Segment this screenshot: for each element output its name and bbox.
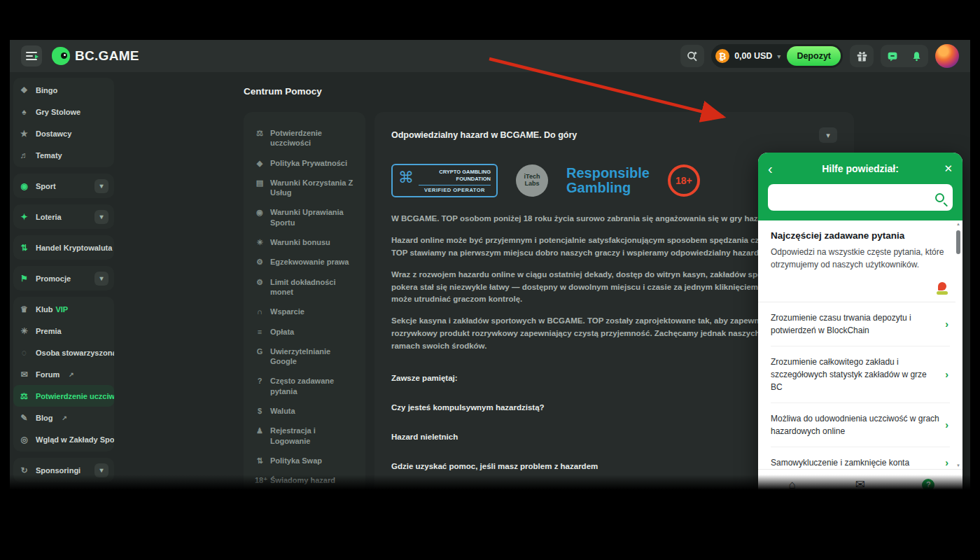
messages-icon: ✉ <box>855 479 865 492</box>
notifications-button[interactable] <box>904 45 928 67</box>
sidebar-item-label: Loteria <box>36 213 62 221</box>
bonus-terms-icon: ✳ <box>255 237 265 247</box>
wallet-balance[interactable]: ₿ 0,00 USD ▾ Depozyt <box>711 44 843 68</box>
widget-search[interactable] <box>768 184 953 211</box>
faq-scroll-area[interactable]: Najczęściej zadawane pytania Odpowiedzi … <box>758 220 955 469</box>
sidebar-item-forum[interactable]: ✉Forum↗ <box>13 363 114 385</box>
helpnav-item-label: Często zadawane pytania <box>270 376 354 396</box>
chevron-right-icon: › <box>945 369 948 380</box>
sidebar-item-klub[interactable]: ♛KlubVIP <box>13 298 114 320</box>
sidebar-item-loteria[interactable]: ✦Loteria▾ <box>13 206 114 227</box>
user-avatar[interactable] <box>935 44 959 68</box>
providers-icon: ★ <box>19 129 29 139</box>
widget-bottom-nav: ⌂Dom✉Nachrichten?Hilfe powiedział: <box>758 469 962 511</box>
bonus-icon: ✳ <box>19 326 29 336</box>
sport-icon: ◉ <box>19 181 29 191</box>
helpnav-item-warunki-bonusu[interactable]: ✳Warunki bonusu <box>251 232 358 252</box>
deposit-button[interactable]: Depozyt <box>787 46 841 66</box>
chevron-right-icon: › <box>945 419 948 430</box>
helpnav-item-egzekwowanie-prawa[interactable]: ⚙Egzekwowanie prawa <box>251 252 358 272</box>
sidebar-group: ✦Loteria▾ <box>13 204 114 229</box>
widget-nav-nachrichten[interactable]: ✉Nachrichten <box>826 479 894 503</box>
sidebar-item-bingo[interactable]: ❖Bingo <box>13 79 114 101</box>
chevron-down-icon[interactable]: ▾ <box>94 210 108 224</box>
rewards-button[interactable] <box>850 45 874 67</box>
sidebar-item-label: Sport <box>36 182 56 190</box>
sidebar-item-label: Osoba stowarzyszona <box>36 349 114 357</box>
helpnav-item-czesto-zadawane-pytania[interactable]: ?Często zadawane pytania <box>251 371 358 401</box>
scroll-up-icon[interactable]: ▲ <box>956 222 960 226</box>
bingo-icon: ❖ <box>19 85 29 95</box>
widget-nav-hilfe-powiedzial[interactable]: ?Hilfe powiedział: <box>895 479 962 503</box>
helpnav-item-label: Polityka Prywatności <box>270 158 347 168</box>
sidebar-item-sponsoringi[interactable]: ↻Sponsoringi▾ <box>13 459 114 481</box>
widget-scrollbar[interactable]: ▲ ▼ <box>955 222 961 468</box>
sidebar-item-tematy[interactable]: ♬Tematy <box>13 144 114 166</box>
sidebar-item-handel-kryptowaluta[interactable]: ⇅Handel Kryptowaluta▾ <box>13 237 114 258</box>
sidebar-item-sport[interactable]: ◉Sport▾ <box>13 175 114 197</box>
helpnav-item-waluta[interactable]: $Waluta <box>251 401 358 421</box>
sidebar-item-label: Bingo <box>36 86 57 94</box>
sidebar-item-label: Gry Stolowe <box>36 108 80 116</box>
providers-icon: ★ <box>255 515 265 518</box>
google-auth-icon: G <box>255 346 265 356</box>
helpnav-item-warunki-uprawiania-sportu[interactable]: ◉Warunki Uprawiania Sportu <box>251 202 358 232</box>
sports-terms-icon: ◉ <box>255 207 265 217</box>
sidebar-item-label: Promocje <box>36 274 71 283</box>
affiliate-icon: ◌ <box>19 348 29 358</box>
sidebar-item-label: Blog <box>36 414 52 422</box>
widget-search-input[interactable] <box>776 192 935 203</box>
sidebar-item-promocje[interactable]: ⚑Promocje▾ <box>13 267 114 289</box>
article-heading: Odpowiedzialny hazard w BCGAME. Do góry <box>391 130 577 140</box>
search-button[interactable] <box>680 45 704 67</box>
bcgame-logo[interactable]: BC.GAME <box>52 47 139 65</box>
chevron-down-icon[interactable]: ▾ <box>94 179 108 193</box>
widget-nav-dom[interactable]: ⌂Dom <box>758 479 826 503</box>
helpnav-item-oplata[interactable]: ≡Opłata <box>251 322 358 342</box>
helpnav-item-uwierzytelnianie-google[interactable]: GUwierzytelnianie Google <box>251 342 358 372</box>
helpnav-item-ochrona-nieletnich[interactable]: ☂Ochrona Nieletnich <box>251 491 358 510</box>
sidebar-item-premia[interactable]: ✳Premia <box>13 320 114 342</box>
chevron-down-icon[interactable]: ▾ <box>94 463 108 477</box>
collapse-button[interactable]: ▾ <box>819 127 837 143</box>
sidebar-item-gry-stolowe[interactable]: ♠Gry Stolowe <box>13 101 114 122</box>
scrollbar-thumb[interactable] <box>956 230 960 254</box>
back-icon[interactable]: ‹ <box>768 161 782 177</box>
sidebar-group: ◉Sport▾ <box>13 174 114 198</box>
help-question-icon: ? <box>922 479 934 492</box>
scroll-down-icon[interactable]: ▼ <box>956 463 960 468</box>
helpnav-item-swiadomy-hazard[interactable]: 18⁺Świadomy hazard <box>251 470 358 490</box>
promotions-icon: ⚑ <box>19 274 29 284</box>
hamburger-menu-icon[interactable] <box>21 46 42 66</box>
faq-item[interactable]: Samowykluczenie i zamknięcie konta› <box>771 447 950 469</box>
sidebar-item-pomoc-techniczna-na-zyw[interactable]: ∩Pomoc Techniczna na żyw <box>13 490 114 512</box>
sidebar-item-dostawcy[interactable]: ★Dostawcy <box>13 122 114 144</box>
helpnav-item-label: Warunki bonusu <box>270 237 330 247</box>
widget-nav-label: Nachrichten <box>837 494 883 503</box>
faq-item[interactable]: Zrozumienie czasu trwania depozytu i pot… <box>771 302 950 346</box>
sidebar-item-blog[interactable]: ✎Blog↗ <box>13 407 114 428</box>
helpnav-item-label: Świadomy hazard <box>270 475 335 485</box>
forum-icon: ✉ <box>19 370 29 379</box>
sidebar-item-potwierdzenie-uczciwosci[interactable]: ⚖Potwierdzenie uczciwości <box>13 385 114 407</box>
chevron-down-icon[interactable]: ▾ <box>94 272 108 286</box>
faq-item[interactable]: Zrozumienie całkowitego zakładu i szczeg… <box>771 346 950 403</box>
close-icon[interactable]: ✕ <box>939 162 953 175</box>
fee-icon: ≡ <box>255 327 265 337</box>
chat-button[interactable] <box>881 45 904 67</box>
helpnav-item-polityka-swap[interactable]: ⇅Polityka Swap <box>251 451 358 470</box>
helpnav-item-polityka-prywatnosci[interactable]: ◆Polityka Prywatności <box>251 153 358 173</box>
helpnav-item-potwierdzenie-uczciwosci[interactable]: ⚖Potwierdzenie uczciwości <box>251 123 358 153</box>
sports-insight-icon: ◎ <box>19 435 29 444</box>
helpnav-item-warunki-korzystania-z-uslug[interactable]: ▤Warunki Korzystania Z Usług <box>251 173 358 203</box>
app-window: BC.GAME ₿ 0,00 USD ▾ Depozyt <box>10 40 970 518</box>
plant-emoji-icon <box>936 282 948 295</box>
helpnav-item-rejestracja-i-logowanie[interactable]: ♟Rejestracja i Logowanie <box>251 421 358 451</box>
sidebar-item-wglad-w-zaklady-sportow[interactable]: ◎Wgląd w Zakłady Sportow <box>13 428 114 450</box>
helpnav-item-dostawcy[interactable]: ★Dostawcy <box>251 510 358 518</box>
sidebar-item-osoba-stowarzyszona[interactable]: ◌Osoba stowarzyszona <box>13 342 114 363</box>
faq-item[interactable]: Możliwa do udowodnienia uczciwość w grac… <box>771 403 950 447</box>
helpnav-item-label: Rejestracja i Logowanie <box>270 426 354 446</box>
helpnav-item-wsparcie[interactable]: ∩Wsparcie <box>251 302 358 321</box>
helpnav-item-limit-dokladnosci-monet[interactable]: ⚙Limit dokładności monet <box>251 272 358 302</box>
